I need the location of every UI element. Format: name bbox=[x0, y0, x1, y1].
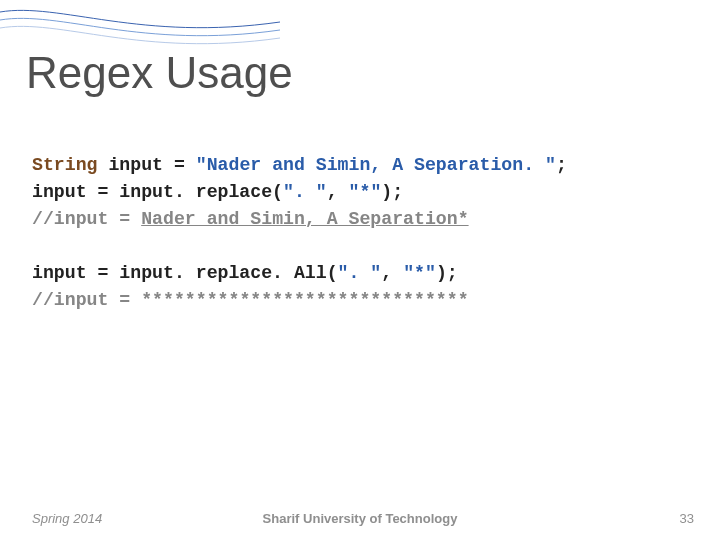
comment: ****************************** bbox=[141, 290, 468, 310]
string-literal: ". " bbox=[338, 263, 382, 283]
comment: //input = bbox=[32, 290, 141, 310]
slide: Regex Usage String input = "Nader and Si… bbox=[0, 0, 720, 540]
code-text: , bbox=[327, 182, 349, 202]
string-literal: "*" bbox=[349, 182, 382, 202]
code-text: input = bbox=[108, 155, 195, 175]
code-text: ; bbox=[556, 155, 567, 175]
code-text: , bbox=[381, 263, 403, 283]
string-literal: ". " bbox=[283, 182, 327, 202]
slide-title: Regex Usage bbox=[26, 48, 293, 98]
code-block: String input = "Nader and Simin, A Separ… bbox=[32, 152, 567, 314]
string-literal: "*" bbox=[403, 263, 436, 283]
footer-right: 33 bbox=[680, 511, 694, 526]
code-text: input = input. replace( bbox=[32, 182, 283, 202]
code-text: ); bbox=[436, 263, 458, 283]
footer-center: Sharif University of Technology bbox=[0, 511, 720, 526]
string-literal: "Nader and Simin, A Separation. " bbox=[196, 155, 556, 175]
kw-string: String bbox=[32, 155, 108, 175]
comment-underlined: Nader and Simin, A Separation* bbox=[141, 209, 468, 229]
comment: //input = bbox=[32, 209, 141, 229]
code-text: input = input. replace. All( bbox=[32, 263, 338, 283]
code-text: ); bbox=[381, 182, 403, 202]
